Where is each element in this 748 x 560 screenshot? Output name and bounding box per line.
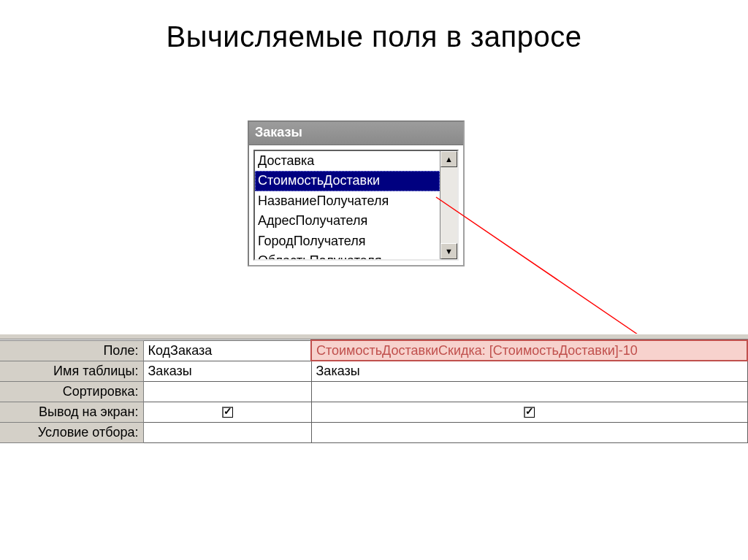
criteria-cell[interactable] bbox=[311, 422, 747, 442]
field-cell[interactable]: КодЗаказа bbox=[143, 340, 311, 361]
design-grid-table: Поле: КодЗаказа СтоимостьДоставкиСкидка:… bbox=[0, 340, 748, 443]
checkbox-checked-icon[interactable] bbox=[524, 407, 535, 418]
show-cell[interactable] bbox=[143, 402, 311, 422]
row-label-field: Поле: bbox=[0, 340, 143, 361]
row-label-sort: Сортировка: bbox=[0, 381, 143, 402]
table-fields-body: Доставка СтоимостьДоставки НазваниеПолуч… bbox=[253, 150, 459, 261]
sort-cell[interactable] bbox=[311, 381, 747, 402]
list-item[interactable]: НазваниеПолучателя bbox=[255, 191, 440, 211]
slide-title: Вычисляемые поля в запросе bbox=[0, 20, 748, 53]
criteria-cell[interactable] bbox=[143, 422, 311, 442]
table-window-title: Заказы bbox=[249, 122, 463, 145]
grid-top-border bbox=[0, 334, 748, 340]
fields-list[interactable]: Доставка СтоимостьДоставки НазваниеПолуч… bbox=[255, 151, 440, 259]
row-label-criteria: Условие отбора: bbox=[0, 422, 143, 442]
show-cell[interactable] bbox=[311, 402, 747, 422]
list-item[interactable]: ГородПолучателя bbox=[255, 231, 440, 251]
row-label-show: Вывод на экран: bbox=[0, 402, 143, 422]
row-label-table: Имя таблицы: bbox=[0, 361, 143, 381]
list-item[interactable]: ОбластьПолучателя bbox=[255, 251, 440, 259]
list-item[interactable]: СтоимостьДоставки bbox=[255, 171, 440, 191]
annotation-arrow bbox=[435, 196, 676, 356]
sort-cell[interactable] bbox=[143, 381, 311, 402]
scroll-down-button[interactable]: ▼ bbox=[440, 243, 457, 259]
checkbox-checked-icon[interactable] bbox=[222, 407, 233, 418]
field-cell[interactable]: СтоимостьДоставкиСкидка: [СтоимостьДоста… bbox=[311, 340, 747, 361]
query-design-grid: Поле: КодЗаказа СтоимостьДоставкиСкидка:… bbox=[0, 334, 748, 443]
list-item[interactable]: АдресПолучателя bbox=[255, 211, 440, 231]
scroll-up-button[interactable]: ▲ bbox=[440, 151, 457, 167]
svg-line-1 bbox=[436, 197, 654, 345]
scroll-track[interactable] bbox=[440, 167, 457, 243]
table-cell[interactable]: Заказы bbox=[311, 361, 747, 381]
table-fields-window: Заказы Доставка СтоимостьДоставки Назван… bbox=[248, 120, 465, 266]
list-item[interactable]: Доставка bbox=[255, 151, 440, 171]
table-cell[interactable]: Заказы bbox=[143, 361, 311, 381]
scrollbar[interactable]: ▲ ▼ bbox=[440, 151, 457, 259]
